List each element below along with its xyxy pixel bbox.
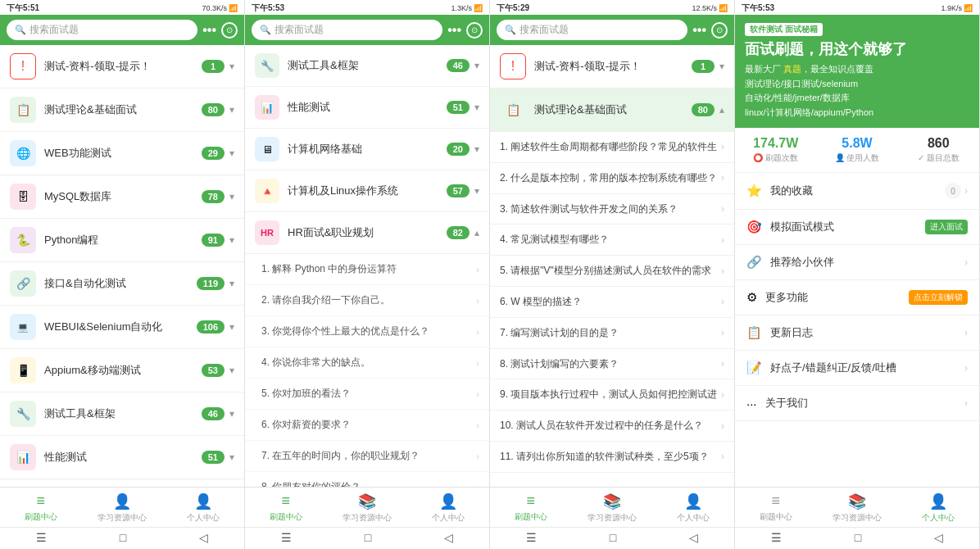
q-9[interactable]: 9. 项目版本执行过程中，测试人员如何把控测试进 › (490, 379, 734, 411)
menu-more[interactable]: ⚙ 更多功能 点击立刻解锁 (735, 280, 979, 315)
list-item-appium[interactable]: 📱 Appium&移动端测试 53 ▾ (0, 349, 244, 392)
nav-item-profile-4[interactable]: 👤 个人中心 (898, 488, 979, 527)
scan-icon-1[interactable]: ⊙ (221, 22, 238, 39)
python-icon: 🐍 (10, 227, 36, 253)
p2-sub-4[interactable]: 4. 你说你非常大的缺点。 › (245, 347, 489, 379)
search-wrap-2[interactable]: 🔍 搜索面试题 (252, 20, 442, 40)
time-2: 下午5:53 (252, 2, 284, 14)
q-8[interactable]: 8. 测试计划编写的六要素？ › (490, 349, 734, 380)
phone-home-4[interactable]: □ (855, 531, 861, 544)
list-item-python[interactable]: 🐍 Python编程 91 ▾ (0, 219, 244, 262)
nav-item-quiz-4[interactable]: ≡ 刷题中心 (735, 488, 816, 527)
stat-users: 5.8W 👤 使用人数 (816, 128, 897, 172)
phone-home-1[interactable]: □ (120, 531, 126, 544)
status-bar-3: 下午5:29 12.5K/s 📶 (490, 0, 734, 15)
web-label: WEB功能测试 (44, 146, 202, 161)
list-item-perf[interactable]: 📊 性能测试 51 ▾ (0, 436, 244, 479)
phone-recent-3[interactable]: ◁ (689, 531, 698, 544)
tools-chevron: ▾ (229, 408, 234, 420)
q-10[interactable]: 10. 测试人员在软件开发过程中的任务是什么？ › (490, 411, 734, 442)
bottom-nav-1: ≡ 刷题中心 👤 学习资源中心 👤 个人中心 (0, 487, 244, 527)
phone-home-3[interactable]: □ (610, 531, 616, 544)
phone-recent-4[interactable]: ◁ (934, 531, 943, 544)
p2-perf[interactable]: 📊 性能测试 51 ▾ (245, 87, 489, 129)
p3-theory[interactable]: 📋 测试理论&基础面试 80 ▴ (490, 88, 734, 132)
p2-sub-8[interactable]: 8. 你朋友对你的评价？ › (245, 472, 489, 487)
q-5[interactable]: 5. 请根据"V"模型分别描述测试人员在软件的需求 › (490, 256, 734, 287)
more-icon-2[interactable]: ••• (447, 23, 461, 38)
nav-item-learn-4[interactable]: 📚 学习资源中心 (816, 488, 897, 527)
nav-item-learn-3[interactable]: 📚 学习资源中心 (571, 488, 652, 527)
time-3: 下午5:29 (497, 2, 529, 14)
nav-label-profile-4: 个人中心 (922, 512, 955, 524)
menu-share[interactable]: 🔗 推荐给小伙伴 › (735, 245, 979, 280)
p2-perf-label: 性能测试 (288, 100, 447, 115)
scan-icon-3[interactable]: ⊙ (711, 22, 728, 39)
q-11[interactable]: 11. 请列出你所知道的软件测试种类，至少5项？ › (490, 442, 734, 473)
phone-recent-1[interactable]: ◁ (199, 531, 208, 544)
list-item-web[interactable]: 🌐 WEB功能测试 29 ▾ (0, 132, 244, 175)
p2-sub-2[interactable]: 2. 请你自我介绍一下你自己。 › (245, 285, 489, 316)
menu-log[interactable]: 📋 更新日志 › (735, 315, 979, 351)
q-7[interactable]: 7. 编写测试计划的目的是？ › (490, 318, 734, 349)
stat-total: 860 ✓ 题目总数 (898, 128, 979, 172)
panel-3: 下午5:29 12.5K/s 📶 🔍 搜索面试题 ••• ⊙ ! 测试-资料-领… (490, 0, 735, 549)
q-9-text: 9. 项目版本执行过程中，测试人员如何把控测试进 (500, 388, 718, 402)
p2-tools[interactable]: 🔧 测试工具&框架 46 ▾ (245, 45, 489, 87)
q-2[interactable]: 2. 什么是版本控制，常用的版本控制系统有哪些？ › (490, 163, 734, 194)
p2-sub-5[interactable]: 5. 你对加班的看法？ › (245, 379, 489, 410)
p3-theory-chevron: ▴ (719, 104, 724, 116)
nav-item-profile-2[interactable]: 👤 个人中心 (408, 488, 489, 527)
more-icon-3[interactable]: ••• (692, 23, 706, 38)
p2-sub-6[interactable]: 6. 你对薪资的要求？ › (245, 410, 489, 441)
list-item-theory[interactable]: 📋 测试理论&基础面试 80 ▾ (0, 88, 244, 132)
nav-item-learn-2[interactable]: 📚 学习资源中心 (326, 488, 407, 527)
p3-theory-label: 测试理论&基础面试 (534, 102, 692, 117)
q-6-text: 6. W 模型的描述？ (500, 295, 718, 309)
p2-tools-label: 测试工具&框架 (288, 58, 447, 73)
q-10-chevron: › (721, 420, 724, 432)
p3-alert-icon: ! (500, 53, 526, 79)
list-item-mysql[interactable]: 🗄 MySQL数据库 78 ▾ (0, 175, 244, 219)
phone-recent-2[interactable]: ◁ (444, 531, 453, 544)
p3-alert[interactable]: ! 测试-资料-领取-提示！ 1 ▾ (490, 45, 734, 88)
p2-sub-6-chevron: › (476, 420, 479, 430)
menu-mock[interactable]: 🎯 模拟面试模式 进入面试 (735, 210, 979, 245)
phone-back-4[interactable]: ☰ (771, 531, 782, 544)
p2-sub-7[interactable]: 7. 在五年的时间内，你的职业规划？ › (245, 441, 489, 472)
p2-hr[interactable]: HR HR面试&职业规划 82 ▴ (245, 212, 489, 254)
q-3[interactable]: 3. 简述软件测试与软件开发之间的关系？ › (490, 194, 734, 225)
python-badge: 91 (202, 234, 225, 247)
list-item-alert[interactable]: ! 测试-资料-领取-提示！ 1 ▾ (0, 45, 244, 88)
p2-sub-3[interactable]: 3. 你觉得你个性上最大的优点是什么？ › (245, 316, 489, 347)
list-item-tools[interactable]: 🔧 测试工具&框架 46 ▾ (0, 392, 244, 436)
menu-collect[interactable]: ⭐ 我的收藏 0 › (735, 173, 979, 210)
nav-item-quiz-1[interactable]: ≡ 刷题中心 (0, 488, 81, 527)
list-item-webui[interactable]: 💻 WEBUI&Selenium自动化 106 ▾ (0, 306, 244, 349)
nav-item-profile-1[interactable]: 👤 个人中心 (163, 488, 244, 527)
p2-sub-3-text: 3. 你觉得你个性上最大的优点是什么？ (261, 324, 476, 338)
search-wrap-3[interactable]: 🔍 搜索面试题 (497, 20, 687, 40)
menu-about[interactable]: ··· 关于我们 › (735, 386, 979, 421)
phone-back-2[interactable]: ☰ (281, 531, 292, 544)
p2-sub-1[interactable]: 1. 解释 Python 中的身份运算符 › (245, 254, 489, 285)
q-1[interactable]: 1. 阐述软件生命周期都有哪些阶段？常见的软件生 › (490, 132, 734, 163)
menu-feedback[interactable]: 📝 好点子/错题纠正/反馈/吐槽 › (735, 351, 979, 386)
p2-linux[interactable]: 🔺 计算机及Linux操作系统 57 ▾ (245, 170, 489, 212)
learn-icon-1: 👤 (113, 492, 131, 510)
phone-back-1[interactable]: ☰ (36, 531, 47, 544)
q-4[interactable]: 4. 常见测试模型有哪些？ › (490, 225, 734, 256)
phone-back-3[interactable]: ☰ (526, 531, 537, 544)
nav-item-profile-3[interactable]: 👤 个人中心 (653, 488, 734, 527)
share-label: 推荐给小伙伴 (770, 255, 964, 270)
p2-network[interactable]: 🖥 计算机网络基础 20 ▾ (245, 129, 489, 170)
phone-home-2[interactable]: □ (365, 531, 371, 544)
nav-item-quiz-3[interactable]: ≡ 刷题中心 (490, 488, 571, 527)
nav-item-learn-1[interactable]: 👤 学习资源中心 (81, 488, 162, 527)
q-6[interactable]: 6. W 模型的描述？ › (490, 287, 734, 318)
more-icon-1[interactable]: ••• (202, 23, 216, 38)
nav-item-quiz-2[interactable]: ≡ 刷题中心 (245, 488, 326, 527)
list-item-api[interactable]: 🔗 接口&自动化测试 119 ▾ (0, 262, 244, 306)
search-wrap-1[interactable]: 🔍 搜索面试题 (7, 20, 197, 40)
scan-icon-2[interactable]: ⊙ (466, 22, 483, 39)
